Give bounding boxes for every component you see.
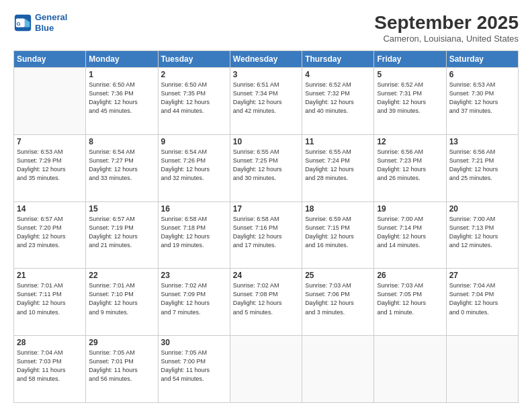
day-number: 20 <box>449 204 515 214</box>
calendar-cell <box>302 336 374 403</box>
logo-text: General Blue <box>35 12 67 33</box>
calendar-cell: 13Sunrise: 6:56 AM Sunset: 7:21 PM Dayli… <box>446 134 518 201</box>
calendar-cell: 29Sunrise: 7:05 AM Sunset: 7:01 PM Dayli… <box>86 336 158 403</box>
day-number: 5 <box>377 70 443 79</box>
day-info: Sunrise: 6:58 AM Sunset: 7:16 PM Dayligh… <box>233 215 299 250</box>
calendar-cell: 9Sunrise: 6:54 AM Sunset: 7:26 PM Daylig… <box>158 134 230 201</box>
day-number: 25 <box>305 271 371 280</box>
day-info: Sunrise: 6:58 AM Sunset: 7:18 PM Dayligh… <box>161 215 227 250</box>
day-number: 7 <box>17 137 83 146</box>
day-number: 30 <box>161 338 227 347</box>
logo-icon: G <box>13 13 32 32</box>
day-info: Sunrise: 7:02 AM Sunset: 7:08 PM Dayligh… <box>233 281 299 316</box>
calendar-week-1: 1Sunrise: 6:50 AM Sunset: 7:36 PM Daylig… <box>14 68 519 135</box>
day-number: 24 <box>233 271 299 280</box>
col-wednesday: Wednesday <box>230 51 302 68</box>
day-info: Sunrise: 6:57 AM Sunset: 7:20 PM Dayligh… <box>17 215 83 250</box>
calendar-cell: 17Sunrise: 6:58 AM Sunset: 7:16 PM Dayli… <box>230 201 302 269</box>
day-number: 26 <box>377 271 443 280</box>
day-info: Sunrise: 6:52 AM Sunset: 7:31 PM Dayligh… <box>377 81 443 116</box>
day-number: 19 <box>377 204 443 214</box>
day-number: 3 <box>233 70 299 79</box>
day-info: Sunrise: 6:56 AM Sunset: 7:23 PM Dayligh… <box>377 148 443 183</box>
calendar-cell: 16Sunrise: 6:58 AM Sunset: 7:18 PM Dayli… <box>158 201 230 269</box>
day-info: Sunrise: 6:50 AM Sunset: 7:35 PM Dayligh… <box>161 81 227 116</box>
day-info: Sunrise: 6:57 AM Sunset: 7:19 PM Dayligh… <box>89 215 154 250</box>
calendar-cell: 10Sunrise: 6:55 AM Sunset: 7:25 PM Dayli… <box>230 134 302 201</box>
calendar-cell: 2Sunrise: 6:50 AM Sunset: 7:35 PM Daylig… <box>158 68 230 135</box>
calendar-cell <box>446 336 518 403</box>
calendar-cell: 19Sunrise: 7:00 AM Sunset: 7:14 PM Dayli… <box>374 201 446 269</box>
col-sunday: Sunday <box>14 51 86 68</box>
calendar-cell: 23Sunrise: 7:02 AM Sunset: 7:09 PM Dayli… <box>158 269 230 336</box>
calendar-week-2: 7Sunrise: 6:53 AM Sunset: 7:29 PM Daylig… <box>14 134 519 201</box>
calendar-cell: 7Sunrise: 6:53 AM Sunset: 7:29 PM Daylig… <box>14 134 86 201</box>
day-number: 14 <box>17 204 83 214</box>
calendar-cell <box>230 336 302 403</box>
day-number: 9 <box>161 137 227 146</box>
calendar-week-4: 21Sunrise: 7:01 AM Sunset: 7:11 PM Dayli… <box>14 269 519 336</box>
calendar-cell: 5Sunrise: 6:52 AM Sunset: 7:31 PM Daylig… <box>374 68 446 135</box>
day-info: Sunrise: 7:01 AM Sunset: 7:10 PM Dayligh… <box>89 281 154 316</box>
calendar-cell: 8Sunrise: 6:54 AM Sunset: 7:27 PM Daylig… <box>86 134 158 201</box>
day-info: Sunrise: 6:52 AM Sunset: 7:32 PM Dayligh… <box>305 81 371 116</box>
col-monday: Monday <box>86 51 158 68</box>
day-info: Sunrise: 7:05 AM Sunset: 7:01 PM Dayligh… <box>89 349 154 383</box>
title-block: September 2025 Cameron, Louisiana, Unite… <box>374 12 519 44</box>
col-tuesday: Tuesday <box>158 51 230 68</box>
day-info: Sunrise: 6:50 AM Sunset: 7:36 PM Dayligh… <box>89 81 154 116</box>
calendar-cell: 14Sunrise: 6:57 AM Sunset: 7:20 PM Dayli… <box>14 201 86 269</box>
col-saturday: Saturday <box>446 51 518 68</box>
calendar-cell: 1Sunrise: 6:50 AM Sunset: 7:36 PM Daylig… <box>86 68 158 135</box>
day-info: Sunrise: 7:04 AM Sunset: 7:03 PM Dayligh… <box>17 349 83 383</box>
col-thursday: Thursday <box>302 51 374 68</box>
calendar-table: Sunday Monday Tuesday Wednesday Thursday… <box>13 50 519 403</box>
day-number: 28 <box>17 338 83 347</box>
calendar-cell: 3Sunrise: 6:51 AM Sunset: 7:34 PM Daylig… <box>230 68 302 135</box>
calendar-cell: 28Sunrise: 7:04 AM Sunset: 7:03 PM Dayli… <box>14 336 86 403</box>
logo-general: General <box>35 12 67 22</box>
calendar-cell: 20Sunrise: 7:00 AM Sunset: 7:13 PM Dayli… <box>446 201 518 269</box>
day-number: 10 <box>233 137 299 146</box>
day-number: 13 <box>449 137 515 146</box>
day-number: 16 <box>161 204 227 214</box>
day-number: 17 <box>233 204 299 214</box>
day-info: Sunrise: 7:02 AM Sunset: 7:09 PM Dayligh… <box>161 281 227 316</box>
calendar-cell: 25Sunrise: 7:03 AM Sunset: 7:06 PM Dayli… <box>302 269 374 336</box>
logo-blue: Blue <box>35 23 54 33</box>
logo: G General Blue <box>13 12 67 33</box>
day-number: 6 <box>449 70 515 79</box>
subtitle: Cameron, Louisiana, United States <box>374 34 519 44</box>
day-number: 21 <box>17 271 83 280</box>
day-info: Sunrise: 7:00 AM Sunset: 7:13 PM Dayligh… <box>449 215 515 250</box>
calendar-week-5: 28Sunrise: 7:04 AM Sunset: 7:03 PM Dayli… <box>14 336 519 403</box>
calendar-cell <box>14 68 86 135</box>
day-number: 15 <box>89 204 154 214</box>
day-info: Sunrise: 6:54 AM Sunset: 7:26 PM Dayligh… <box>161 148 227 183</box>
day-info: Sunrise: 6:54 AM Sunset: 7:27 PM Dayligh… <box>89 148 154 183</box>
day-number: 1 <box>89 70 154 79</box>
calendar-cell <box>374 336 446 403</box>
col-friday: Friday <box>374 51 446 68</box>
day-number: 11 <box>305 137 371 146</box>
day-number: 2 <box>161 70 227 79</box>
calendar-cell: 18Sunrise: 6:59 AM Sunset: 7:15 PM Dayli… <box>302 201 374 269</box>
day-number: 27 <box>449 271 515 280</box>
day-info: Sunrise: 6:55 AM Sunset: 7:24 PM Dayligh… <box>305 148 371 183</box>
calendar-cell: 24Sunrise: 7:02 AM Sunset: 7:08 PM Dayli… <box>230 269 302 336</box>
header-row: Sunday Monday Tuesday Wednesday Thursday… <box>14 51 519 68</box>
day-info: Sunrise: 6:59 AM Sunset: 7:15 PM Dayligh… <box>305 215 371 250</box>
day-info: Sunrise: 7:00 AM Sunset: 7:14 PM Dayligh… <box>377 215 443 250</box>
day-number: 18 <box>305 204 371 214</box>
calendar-cell: 30Sunrise: 7:05 AM Sunset: 7:00 PM Dayli… <box>158 336 230 403</box>
day-number: 29 <box>89 338 154 347</box>
calendar-cell: 27Sunrise: 7:04 AM Sunset: 7:04 PM Dayli… <box>446 269 518 336</box>
day-info: Sunrise: 6:53 AM Sunset: 7:29 PM Dayligh… <box>17 148 83 183</box>
day-number: 12 <box>377 137 443 146</box>
day-info: Sunrise: 6:56 AM Sunset: 7:21 PM Dayligh… <box>449 148 515 183</box>
day-info: Sunrise: 7:04 AM Sunset: 7:04 PM Dayligh… <box>449 281 515 316</box>
calendar-cell: 4Sunrise: 6:52 AM Sunset: 7:32 PM Daylig… <box>302 68 374 135</box>
day-info: Sunrise: 6:51 AM Sunset: 7:34 PM Dayligh… <box>233 81 299 116</box>
day-number: 4 <box>305 70 371 79</box>
svg-text:G: G <box>17 20 21 26</box>
